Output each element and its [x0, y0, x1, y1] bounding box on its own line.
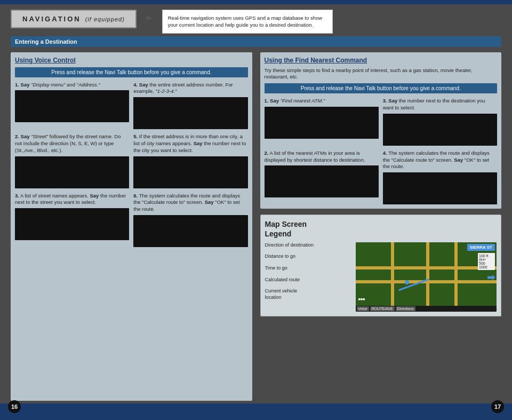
step-1-image	[15, 90, 129, 122]
right-instruction-bar: Press and release the Navi Talk button b…	[265, 83, 498, 93]
right-step-1-text: 1. Say "Find nearest ATM."	[265, 98, 379, 105]
nav-description: Real-time navigation system uses GPS and…	[162, 10, 333, 34]
map-direction-arrow: ➡	[487, 272, 495, 283]
map-legend-title: Map ScreenLegend	[265, 219, 497, 239]
step-4-image	[133, 97, 247, 129]
left-instruction-bar: Press and release the Navi Talk button b…	[15, 67, 248, 77]
sierra-st-label: SIERRA ST	[467, 244, 495, 251]
step-3-text: 3. A list of street names appears. Say t…	[15, 193, 129, 207]
map-legend-labels: Direction of destination Distance to go …	[265, 242, 350, 312]
map-time-value: 0H+	[479, 258, 494, 261]
right-step-4-image	[383, 172, 497, 204]
map-scale-500: 500	[479, 261, 494, 265]
page-number-right: 17	[491, 400, 504, 413]
step-2-text: 2. Say "Street" followed by the street n…	[15, 133, 129, 154]
nav-title-sub: (if equipped)	[85, 16, 125, 22]
right-step-2-text: 2. A list of the nearest ATMs in your ar…	[265, 150, 379, 164]
voice-btn[interactable]: Voice	[357, 306, 369, 311]
map-legend-content: Direction of destination Distance to go …	[265, 242, 497, 312]
legend-time: Time to go	[265, 265, 350, 272]
step-3-image	[15, 208, 129, 240]
right-step-3-image	[383, 114, 497, 146]
step-4: 4. Say the entire street address number.…	[133, 82, 247, 130]
page-container: NAVIGATION (if equipped) ► Real-time nav…	[0, 0, 512, 420]
map-legend-container: Map ScreenLegend Direction of destinatio…	[260, 215, 502, 316]
left-page: Using Voice Control Press and release th…	[11, 52, 252, 401]
step-6: 6. The system calculates the route and d…	[133, 193, 247, 247]
right-step-3-text: 3. Say the number next to the destinatio…	[383, 98, 497, 112]
right-step-1-image	[265, 107, 379, 139]
legend-direction: Direction of destination	[265, 242, 350, 249]
section-header: Entering a Destination	[11, 36, 501, 47]
right-subtitle: Using the Find Nearest Command	[265, 57, 498, 64]
vehicle-dot	[405, 280, 409, 284]
right-step-3: 3. Say the number next to the destinatio…	[383, 98, 497, 146]
left-content-area: Using Voice Control Press and release th…	[11, 52, 252, 401]
step-5-text: 5. If the street address is in more than…	[133, 133, 247, 154]
step-6-text: 6. The system calculates the route and d…	[133, 193, 247, 213]
map-toolbar: Voice ROUTE/AVE Directions	[356, 306, 497, 312]
right-step-4-text: 4. The system calculates the route and d…	[383, 150, 497, 170]
top-bar	[0, 0, 512, 4]
step-2: 2. Say "Street" followed by the street n…	[15, 133, 129, 188]
step-5: 5. If the street address is in more than…	[133, 133, 247, 188]
left-steps-grid: 1. Say "Display menu" and "Address." 4. …	[15, 82, 248, 248]
step-6-image	[133, 215, 247, 247]
right-content-area: Using the Find Nearest Command Try these…	[260, 52, 502, 209]
step-1: 1. Say "Display menu" and "Address."	[15, 82, 129, 130]
right-step-2: 2. A list of the nearest ATMs in your ar…	[265, 150, 379, 204]
page-number-left: 16	[8, 400, 21, 413]
step-1-text: 1. Say "Display menu" and "Address."	[15, 82, 129, 89]
step-5-image	[133, 156, 247, 188]
directions-btn[interactable]: Directions	[396, 306, 415, 311]
map-image-area: SIERRA ST 100 ft 0H+ 500 1000 ➡	[356, 242, 497, 312]
map-scale: ■■■	[358, 297, 365, 301]
legend-vehicle: Current vehiclelocation	[265, 288, 350, 300]
step-3: 3. A list of street names appears. Say t…	[15, 193, 129, 247]
route-btn[interactable]: ROUTE/AVE	[370, 306, 395, 311]
right-step-4: 4. The system calculates the route and d…	[383, 150, 497, 204]
find-desc: Try these simple steps to find a nearby …	[265, 67, 498, 81]
right-steps-grid: 1. Say "Find nearest ATM." 3. Say the nu…	[265, 98, 498, 204]
step-4-text: 4. Say the entire street address number.…	[133, 82, 247, 96]
legend-distance: Distance to go	[265, 253, 350, 260]
step-2-image	[15, 156, 129, 188]
map-distance-value: 100 ft	[479, 254, 494, 258]
map-screen: SIERRA ST 100 ft 0H+ 500 1000 ➡	[356, 242, 497, 312]
nav-title-main: NAVIGATION	[22, 15, 81, 23]
right-step-2-image	[265, 165, 379, 197]
nav-title-box: NAVIGATION (if equipped)	[11, 10, 137, 28]
right-page: Using the Find Nearest Command Try these…	[260, 52, 502, 401]
right-step-1: 1. Say "Find nearest ATM."	[265, 98, 379, 146]
map-scale-1000: 1000	[479, 265, 494, 269]
legend-route: Calculated route	[265, 277, 350, 283]
left-subtitle: Using Voice Control	[15, 57, 248, 64]
